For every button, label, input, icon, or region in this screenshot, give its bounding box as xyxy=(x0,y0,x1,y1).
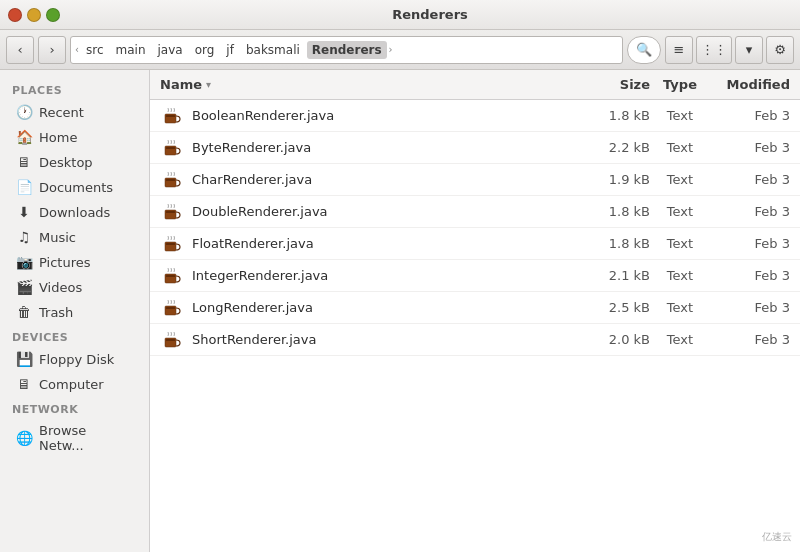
file-modified: Feb 3 xyxy=(710,268,790,283)
file-modified: Feb 3 xyxy=(710,332,790,347)
col-name-header[interactable]: Name ▾ xyxy=(160,77,580,92)
file-modified: Feb 3 xyxy=(710,108,790,123)
file-name: ShortRenderer.java xyxy=(192,332,580,347)
network-section-label: Network xyxy=(0,397,149,418)
breadcrumb-jf[interactable]: jf xyxy=(221,41,239,59)
file-name: DoubleRenderer.java xyxy=(192,204,580,219)
java-file-icon xyxy=(160,168,184,192)
table-row[interactable]: IntegerRenderer.java2.1 kBTextFeb 3 xyxy=(150,260,800,292)
computer-icon: 🖥 xyxy=(16,376,32,392)
sidebar-item-home-label: Home xyxy=(39,130,77,145)
sidebar-item-desktop-label: Desktop xyxy=(39,155,93,170)
sidebar: Places 🕐 Recent 🏠 Home 🖥 Desktop 📄 Docum… xyxy=(0,70,150,552)
file-name: IntegerRenderer.java xyxy=(192,268,580,283)
sidebar-item-recent[interactable]: 🕐 Recent xyxy=(4,100,145,124)
grid-view-button[interactable]: ⋮⋮ xyxy=(696,36,732,64)
sidebar-item-home[interactable]: 🏠 Home xyxy=(4,125,145,149)
svg-rect-11 xyxy=(166,275,175,277)
sidebar-item-downloads[interactable]: ⬇ Downloads xyxy=(4,200,145,224)
file-type: Text xyxy=(650,140,710,155)
file-name: CharRenderer.java xyxy=(192,172,580,187)
sidebar-item-pictures[interactable]: 📷 Pictures xyxy=(4,250,145,274)
col-size-header[interactable]: Size xyxy=(580,77,650,92)
breadcrumb-main[interactable]: main xyxy=(111,41,151,59)
file-modified: Feb 3 xyxy=(710,204,790,219)
col-type-header[interactable]: Type xyxy=(650,77,710,92)
breadcrumb-org[interactable]: org xyxy=(190,41,220,59)
videos-icon: 🎬 xyxy=(16,279,32,295)
close-button[interactable] xyxy=(8,8,22,22)
table-row[interactable]: BooleanRenderer.java1.8 kBTextFeb 3 xyxy=(150,100,800,132)
sidebar-item-videos[interactable]: 🎬 Videos xyxy=(4,275,145,299)
file-type: Text xyxy=(650,108,710,123)
table-row[interactable]: FloatRenderer.java1.8 kBTextFeb 3 xyxy=(150,228,800,260)
file-type: Text xyxy=(650,300,710,315)
file-name: LongRenderer.java xyxy=(192,300,580,315)
file-list: BooleanRenderer.java1.8 kBTextFeb 3 Byte… xyxy=(150,100,800,552)
sidebar-item-floppy-label: Floppy Disk xyxy=(39,352,114,367)
file-size: 2.0 kB xyxy=(580,332,650,347)
svg-rect-5 xyxy=(166,179,175,181)
file-type: Text xyxy=(650,332,710,347)
svg-rect-3 xyxy=(166,147,175,149)
svg-rect-1 xyxy=(166,115,175,117)
file-area: Name ▾ Size Type Modified BooleanRendere… xyxy=(150,70,800,552)
forward-button[interactable]: › xyxy=(38,36,66,64)
file-size: 2.2 kB xyxy=(580,140,650,155)
breadcrumb-scroll-right[interactable]: › xyxy=(389,44,393,55)
sidebar-item-music[interactable]: ♫ Music xyxy=(4,225,145,249)
network-icon: 🌐 xyxy=(16,430,32,446)
sidebar-item-pictures-label: Pictures xyxy=(39,255,90,270)
titlebar: Renderers xyxy=(0,0,800,30)
sidebar-item-recent-label: Recent xyxy=(39,105,84,120)
sidebar-item-computer[interactable]: 🖥 Computer xyxy=(4,372,145,396)
sidebar-item-documents[interactable]: 📄 Documents xyxy=(4,175,145,199)
list-view-button[interactable]: ≡ xyxy=(665,36,693,64)
minimize-button[interactable] xyxy=(27,8,41,22)
breadcrumb-bar: ‹ src main java org jf baksmali Renderer… xyxy=(70,36,623,64)
col-modified-header[interactable]: Modified xyxy=(710,77,790,92)
breadcrumb-src[interactable]: src xyxy=(81,41,109,59)
file-modified: Feb 3 xyxy=(710,236,790,251)
window-title: Renderers xyxy=(68,7,792,22)
watermark: 亿速云 xyxy=(762,530,792,544)
sidebar-item-desktop[interactable]: 🖥 Desktop xyxy=(4,150,145,174)
toolbar: ‹ › ‹ src main java org jf baksmali Rend… xyxy=(0,30,800,70)
floppy-icon: 💾 xyxy=(16,351,32,367)
table-row[interactable]: ByteRenderer.java2.2 kBTextFeb 3 xyxy=(150,132,800,164)
table-row[interactable]: DoubleRenderer.java1.8 kBTextFeb 3 xyxy=(150,196,800,228)
file-header: Name ▾ Size Type Modified xyxy=(150,70,800,100)
sidebar-item-trash-label: Trash xyxy=(39,305,73,320)
svg-rect-15 xyxy=(166,339,175,341)
sidebar-item-network[interactable]: 🌐 Browse Netw... xyxy=(4,419,145,457)
table-row[interactable]: ShortRenderer.java2.0 kBTextFeb 3 xyxy=(150,324,800,356)
sidebar-item-trash[interactable]: 🗑 Trash xyxy=(4,300,145,324)
breadcrumb-baksmali[interactable]: baksmali xyxy=(241,41,305,59)
file-modified: Feb 3 xyxy=(710,300,790,315)
sidebar-item-floppy[interactable]: 💾 Floppy Disk xyxy=(4,347,145,371)
java-file-icon xyxy=(160,104,184,128)
settings-button[interactable]: ⚙ xyxy=(766,36,794,64)
svg-rect-13 xyxy=(166,307,175,309)
file-modified: Feb 3 xyxy=(710,140,790,155)
breadcrumb-renderers[interactable]: Renderers xyxy=(307,41,387,59)
sidebar-item-documents-label: Documents xyxy=(39,180,113,195)
file-size: 2.1 kB xyxy=(580,268,650,283)
home-icon: 🏠 xyxy=(16,129,32,145)
file-size: 1.8 kB xyxy=(580,236,650,251)
search-bar[interactable]: 🔍 xyxy=(627,36,661,64)
places-section-label: Places xyxy=(0,78,149,99)
maximize-button[interactable] xyxy=(46,8,60,22)
table-row[interactable]: CharRenderer.java1.9 kBTextFeb 3 xyxy=(150,164,800,196)
java-file-icon xyxy=(160,296,184,320)
breadcrumb-scroll-left[interactable]: ‹ xyxy=(75,44,79,55)
java-file-icon xyxy=(160,200,184,224)
devices-section-label: Devices xyxy=(0,325,149,346)
file-size: 1.8 kB xyxy=(580,204,650,219)
svg-rect-9 xyxy=(166,243,175,245)
view-dropdown-button[interactable]: ▾ xyxy=(735,36,763,64)
table-row[interactable]: LongRenderer.java2.5 kBTextFeb 3 xyxy=(150,292,800,324)
breadcrumb-java[interactable]: java xyxy=(153,41,188,59)
java-file-icon xyxy=(160,264,184,288)
back-button[interactable]: ‹ xyxy=(6,36,34,64)
